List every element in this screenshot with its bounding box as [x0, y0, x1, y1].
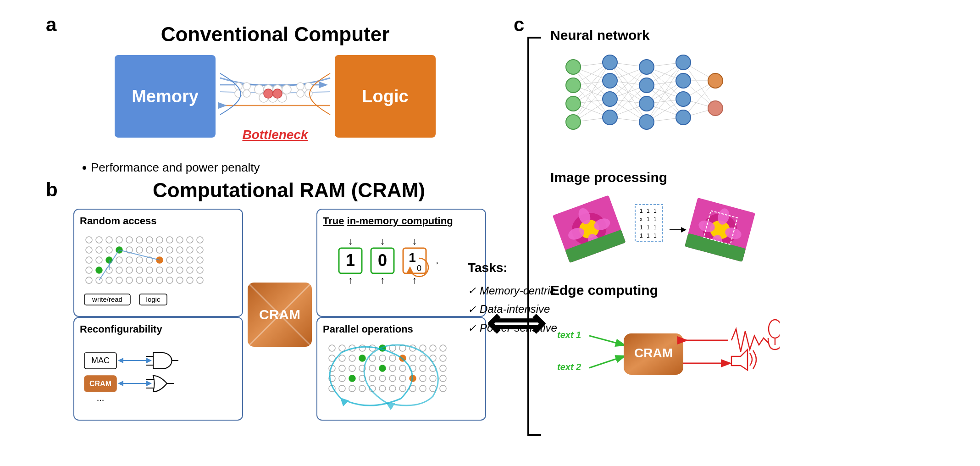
svg-point-243: [639, 96, 654, 111]
svg-point-120: [359, 345, 365, 351]
svg-point-53: [187, 257, 193, 263]
svg-point-31: [86, 247, 92, 253]
svg-text:↓: ↓: [348, 235, 353, 247]
true-rest: in-memory computing: [347, 215, 453, 227]
svg-point-164: [440, 375, 446, 382]
svg-point-28: [177, 237, 183, 243]
svg-line-283: [589, 336, 624, 345]
svg-point-246: [676, 73, 691, 88]
svg-text:text 1: text 1: [557, 330, 581, 340]
svg-point-44: [96, 257, 102, 263]
svg-point-22: [116, 237, 122, 243]
svg-point-143: [349, 365, 355, 372]
svg-point-162: [420, 375, 426, 382]
random-access-title: Random access: [80, 215, 237, 227]
svg-point-118: [339, 345, 345, 351]
svg-point-150: [420, 365, 426, 372]
svg-point-74: [156, 277, 163, 283]
svg-text:↓: ↓: [412, 235, 417, 247]
svg-point-154: [339, 375, 345, 382]
svg-point-18: [305, 90, 312, 97]
svg-point-249: [708, 73, 723, 88]
svg-point-166: [339, 385, 345, 392]
svg-point-152: [440, 365, 446, 372]
svg-point-147: [389, 365, 396, 372]
svg-point-244: [639, 115, 654, 129]
panel-a: Conventional Computer Memory: [64, 18, 486, 165]
svg-point-10: [273, 89, 282, 98]
svg-text:1: 1: [653, 224, 657, 231]
svg-point-142: [339, 365, 345, 372]
svg-text:write/read: write/read: [92, 295, 122, 303]
image-processing-section: Image processing: [550, 170, 963, 269]
random-access-svg: write/read logic: [80, 231, 236, 309]
svg-point-137: [410, 355, 416, 361]
svg-point-70: [116, 277, 122, 283]
svg-text:CRAM: CRAM: [259, 307, 300, 322]
svg-point-240: [603, 110, 617, 125]
svg-point-66: [197, 267, 203, 273]
svg-point-73: [146, 277, 153, 283]
reconfig-cell: Reconfigurability MAC CRAM ...: [73, 317, 243, 421]
bullet-item: Performance and power penalty: [83, 161, 486, 175]
edge-computing-svg: text 1 text 2 CRAM: [550, 304, 780, 395]
svg-point-233: [566, 60, 581, 74]
bottleneck-label: Bottleneck: [242, 128, 308, 142]
neural-network-section: Neural network: [550, 28, 963, 156]
svg-text:↓: ↓: [380, 235, 385, 247]
svg-point-170: [379, 385, 386, 392]
check-2: ✓: [468, 301, 476, 318]
true-computing-cell: True in-memory computing ↓ ↓ ↓ 1 0: [316, 209, 486, 317]
svg-point-145: [369, 365, 376, 372]
svg-point-171: [389, 385, 396, 392]
svg-point-135: [389, 355, 396, 361]
cram-grid: Random access: [73, 209, 486, 420]
bottleneck-area: Bottleneck: [216, 55, 335, 138]
svg-point-238: [603, 73, 617, 88]
svg-text:text 2: text 2: [557, 362, 581, 372]
cram-center-wrapper: CRAM: [245, 280, 314, 349]
svg-text:0: 0: [378, 251, 387, 270]
memory-label: Memory: [132, 87, 199, 106]
svg-point-128: [440, 345, 446, 351]
svg-point-42: [197, 247, 203, 253]
neural-network-svg: [550, 49, 734, 154]
svg-point-159: [389, 375, 396, 382]
svg-point-176: [440, 385, 446, 392]
svg-text:1: 1: [653, 216, 657, 222]
svg-point-127: [430, 345, 436, 351]
svg-point-60: [136, 267, 143, 273]
svg-text:↑: ↑: [348, 274, 353, 286]
figure-container: a b c Conventional Computer Memory: [0, 0, 980, 466]
svg-point-36: [136, 247, 143, 253]
svg-point-40: [177, 247, 183, 253]
svg-point-167: [349, 385, 355, 392]
svg-point-77: [187, 277, 193, 283]
svg-point-37: [146, 247, 153, 253]
svg-point-5: [282, 85, 291, 94]
svg-point-248: [676, 110, 691, 125]
svg-point-155: [349, 375, 355, 382]
svg-point-61: [146, 267, 153, 273]
svg-marker-292: [731, 350, 747, 370]
svg-point-38: [156, 247, 163, 253]
svg-point-12: [243, 83, 250, 90]
svg-point-17: [297, 90, 304, 97]
svg-point-33: [106, 247, 112, 253]
img-proc-area: 1 1 1 x 1 1 1 1 1 1 1 1: [550, 191, 963, 269]
cram-center-cell: CRAM: [243, 209, 316, 421]
reconfig-svg: MAC CRAM ...: [80, 339, 227, 412]
svg-point-41: [187, 247, 193, 253]
svg-point-236: [566, 115, 581, 129]
svg-point-62: [156, 267, 163, 273]
svg-point-21: [106, 237, 112, 243]
svg-point-2: [255, 85, 264, 94]
svg-point-29: [187, 237, 193, 243]
svg-point-58: [116, 267, 122, 273]
bottleneck-svg: [216, 55, 335, 138]
panel-c: Neural network: [527, 14, 963, 454]
svg-point-69: [106, 277, 112, 283]
svg-point-168: [359, 385, 365, 392]
panel-b-title: Computational RAM (CRAM): [73, 179, 504, 202]
image-processing-title: Image processing: [550, 170, 963, 185]
